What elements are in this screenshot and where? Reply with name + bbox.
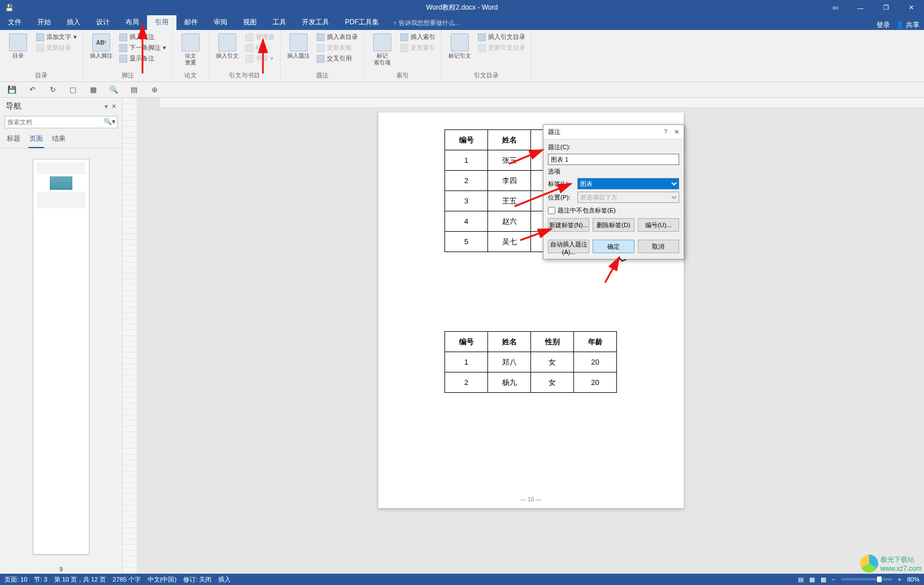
find-icon[interactable]: 🔍 <box>109 85 119 95</box>
position-select[interactable]: 所选项目下方 <box>577 192 679 203</box>
insert-tof-button[interactable]: 插入表目录 <box>316 32 359 42</box>
new-label-button[interactable]: 新建标签(N)... <box>548 218 589 232</box>
tab-mail[interactable]: 邮件 <box>176 15 206 30</box>
table-cell: 女 <box>531 372 574 393</box>
table-header: 姓名 <box>488 130 531 150</box>
tab-layout[interactable]: 布局 <box>118 15 147 30</box>
nav-title: 导航 <box>6 101 21 111</box>
search-icon[interactable]: 🔍▾ <box>103 118 115 125</box>
status-track[interactable]: 修订: 关闭 <box>183 575 211 584</box>
nav-tab-pages[interactable]: 页面 <box>28 132 44 148</box>
insert-index-button[interactable]: 插入索引 <box>399 32 437 42</box>
table-2[interactable]: 编号姓名性别年龄 1郑八女202杨九女20 <box>444 331 617 393</box>
nav-tab-headings[interactable]: 标题 <box>6 132 21 148</box>
update-table-button[interactable]: 更新表格 <box>316 43 359 53</box>
update-toa-button[interactable]: 更新引文目录 <box>477 43 526 53</box>
zoom-out-icon[interactable]: − <box>832 576 835 583</box>
highlight-icon[interactable]: ▦ <box>88 85 98 95</box>
exclude-checkbox[interactable] <box>548 207 555 214</box>
nav-tab-results[interactable]: 结果 <box>51 132 67 148</box>
tab-dev[interactable]: 开发工具 <box>294 15 337 30</box>
restore-button[interactable]: ❐ <box>873 0 899 15</box>
dialog-help-icon[interactable]: ? <box>664 128 667 136</box>
update-index-button[interactable]: 更新索引 <box>399 43 437 53</box>
insert-citation-button[interactable]: 插入引文 <box>214 32 241 60</box>
manage-sources-button[interactable]: 管理源 <box>244 32 275 42</box>
nav-close-icon[interactable]: ✕ <box>111 103 116 110</box>
table-cell: 郑八 <box>488 352 531 372</box>
status-chars[interactable]: 2785 个字 <box>113 575 141 584</box>
auto-caption-button[interactable]: 自动插入题注(A)... <box>548 240 589 253</box>
zoom-level[interactable]: 80% <box>907 576 919 583</box>
table-cell: 李四 <box>488 171 531 191</box>
insert-footnote-button[interactable]: AB¹插入脚注 <box>88 32 115 60</box>
insert-toa-button[interactable]: 插入引文目录 <box>477 32 526 42</box>
ribbon-options-icon[interactable]: ▭ <box>822 0 848 15</box>
minimize-button[interactable]: — <box>848 0 873 15</box>
insert-endnote-button[interactable]: 插入尾注 <box>118 32 167 42</box>
search-input[interactable] <box>5 116 118 128</box>
view-print-icon[interactable]: ▦ <box>809 576 815 583</box>
tab-design[interactable]: 设计 <box>88 15 118 30</box>
numbering-button[interactable]: 编号(U)... <box>638 218 679 232</box>
label-select[interactable]: 图表 <box>577 178 679 189</box>
style-button[interactable]: 样式: <box>244 43 275 53</box>
save-icon[interactable]: 💾 <box>7 85 17 95</box>
undo-icon[interactable]: ↶ <box>27 85 37 95</box>
tab-home[interactable]: 开始 <box>29 15 59 30</box>
status-section[interactable]: 节: 3 <box>34 575 47 584</box>
thumbnails[interactable]: 9 10 11 <box>0 149 122 574</box>
status-lang[interactable]: 中文(中国) <box>148 575 176 584</box>
table-cell: 王五 <box>488 191 531 211</box>
save-icon[interactable]: 💾 <box>0 4 18 12</box>
status-page[interactable]: 页面: 10 <box>5 575 27 584</box>
redo-icon[interactable]: ↻ <box>48 85 58 95</box>
view-read-icon[interactable]: ▤ <box>798 576 804 583</box>
toc-button[interactable]: 目录 <box>5 32 32 60</box>
bibliography-button[interactable]: 书目 ▾ <box>244 54 275 63</box>
zoom-in-icon[interactable]: + <box>898 576 901 583</box>
update-toc-button[interactable]: 更新目录 <box>35 43 78 53</box>
delete-label-button[interactable]: 删除标签(D) <box>593 218 634 232</box>
cross-reference-button[interactable]: 交叉引用 <box>316 54 359 63</box>
status-position[interactable]: 第 10 页，共 12 页 <box>54 575 106 584</box>
nav-dropdown-icon[interactable]: ▾ <box>105 103 108 110</box>
zoom-slider[interactable] <box>841 578 892 580</box>
thumb-9[interactable]: 9 <box>33 154 89 573</box>
login-button[interactable]: 登录 <box>876 20 890 30</box>
add-text-button[interactable]: 添加文字 ▾ <box>35 32 78 42</box>
paper-check-button[interactable]: 论文 查重 <box>177 32 204 67</box>
caption-input[interactable] <box>548 154 679 165</box>
group-footnote: 脚注 <box>88 70 167 81</box>
mark-citation-button[interactable]: 标记引文 <box>446 32 473 60</box>
table-cell: 5 <box>445 232 488 252</box>
mark-index-button[interactable]: 标记 索引项 <box>369 32 396 67</box>
close-button[interactable]: ✕ <box>899 0 924 15</box>
tab-references[interactable]: 引用 <box>147 15 176 30</box>
group-index: 索引 <box>369 70 437 81</box>
next-footnote-label: 下一条脚注 <box>129 44 161 52</box>
new-icon[interactable]: ▢ <box>68 85 78 95</box>
dialog-close-icon[interactable]: ✕ <box>674 128 679 136</box>
document-area[interactable]: 编号姓名性别年龄 1张三男182李四男193王五女184赵六男195吴七男20 … <box>137 98 924 574</box>
cancel-button[interactable]: 取消 <box>638 240 679 253</box>
tab-pdf[interactable]: PDF工具集 <box>337 15 387 30</box>
tab-review[interactable]: 审阅 <box>206 15 235 30</box>
tab-tools[interactable]: 工具 <box>265 15 294 30</box>
tab-insert[interactable]: 插入 <box>59 15 88 30</box>
view-web-icon[interactable]: ▩ <box>821 576 826 583</box>
status-insert[interactable]: 插入 <box>218 575 231 584</box>
show-notes-button[interactable]: 显示备注 <box>118 54 167 63</box>
update-index-label: 更新索引 <box>411 44 435 52</box>
next-footnote-button[interactable]: 下一条脚注 ▾ <box>118 43 167 53</box>
layout-icon[interactable]: ▤ <box>129 85 139 95</box>
tab-file[interactable]: 文件 <box>0 15 29 30</box>
zoom-icon[interactable]: ⊕ <box>149 85 159 95</box>
ok-button[interactable]: 确定 <box>593 240 634 253</box>
table-header: 性别 <box>531 332 574 352</box>
watermark-logo-icon <box>860 554 878 573</box>
tab-view[interactable]: 视图 <box>235 15 265 30</box>
tell-me[interactable]: ♀ 告诉我您想要做什么... <box>387 16 465 30</box>
insert-caption-button[interactable]: 插入题注 <box>285 32 312 60</box>
share-button[interactable]: 👤 共享 <box>896 20 919 30</box>
